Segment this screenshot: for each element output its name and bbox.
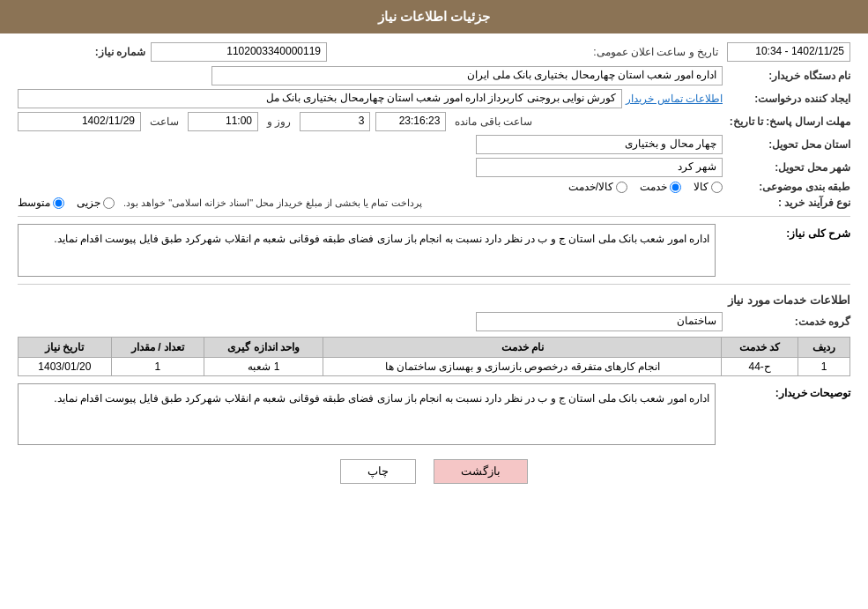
service-group-value: ساختمان xyxy=(476,312,723,331)
deadline-time-label: ساعت xyxy=(150,115,179,128)
cell-name: انجام کارهای متفرقه درخصوص بازسازی و بهس… xyxy=(323,358,722,376)
creator-label: ایجاد کننده درخواست: xyxy=(723,93,850,105)
category-option-kala[interactable]: کالا xyxy=(694,181,723,193)
cell-quantity: 1 xyxy=(111,358,204,376)
category-option-kala-khadamat[interactable]: کالا/خدمت xyxy=(568,181,627,193)
cell-unit: 1 شعبه xyxy=(204,358,323,376)
purchase-type-label: نوع فرآیند خرید : xyxy=(723,197,850,209)
delivery-province-label: استان محل تحویل: xyxy=(723,138,850,151)
deadline-day-label: روز و xyxy=(267,115,291,128)
services-section-title: اطلاعات خدمات مورد نیاز xyxy=(18,293,850,307)
purchase-note: پرداخت تمام یا بخشی از مبلغ خریداز محل "… xyxy=(123,197,422,209)
buyer-desc-value: اداره امور شعب بانک ملی استان ج و ب در ن… xyxy=(18,383,716,445)
delivery-city-label: شهر محل تحویل: xyxy=(723,161,850,174)
back-button[interactable]: بازگشت xyxy=(434,459,528,484)
deadline-date: 1402/11/29 xyxy=(18,112,141,131)
col-header-unit: واحد اندازه گیری xyxy=(204,338,323,358)
announcement-date-label: تاریخ و ساعت اعلان عمومی: xyxy=(593,46,718,58)
category-label: طبقه بندی موضوعی: xyxy=(723,181,850,193)
creator-contact-link[interactable]: اطلاعات تماس خریدار xyxy=(626,93,723,105)
delivery-province-value: چهار محال و بختیاری xyxy=(476,135,723,154)
deadline-days: 3 xyxy=(300,112,370,131)
deadline-remaining: 23:16:23 xyxy=(375,112,446,131)
buttons-row: چاپ بازگشت xyxy=(18,459,850,484)
purchase-type-radio-group: متوسط جزیی xyxy=(18,197,115,209)
announcement-date-value: 1402/11/25 - 10:34 xyxy=(727,42,850,62)
delivery-city-value: شهر کرد xyxy=(476,158,723,177)
cell-code: ح-44 xyxy=(722,358,798,376)
col-header-name: نام خدمت xyxy=(323,338,722,358)
page-header: جزئیات اطلاعات نیاز xyxy=(0,0,868,33)
description-label: شرح کلی نیاز: xyxy=(723,224,850,277)
table-row: 1ح-44انجام کارهای متفرقه درخصوص بازسازی … xyxy=(19,358,850,376)
deadline-label: مهلت ارسال پاسخ: تا تاریخ: xyxy=(723,115,850,128)
need-number-label: شماره نیاز: xyxy=(18,46,145,58)
deadline-time: 11:00 xyxy=(188,112,258,131)
page-title: جزئیات اطلاعات نیاز xyxy=(378,9,490,24)
col-header-row: ردیف xyxy=(798,338,850,358)
col-header-date: تاریخ نیاز xyxy=(19,338,112,358)
buyer-desc-label: توصیحات خریدار: xyxy=(723,383,850,445)
cell-row: 1 xyxy=(798,358,850,376)
print-button[interactable]: چاپ xyxy=(340,459,416,484)
category-radio-group: کالا/خدمت خدمت کالا xyxy=(568,181,723,193)
creator-value: کورش نوایی بروجنی کاربرداز اداره امور شع… xyxy=(18,89,622,108)
col-header-code: کد خدمت xyxy=(722,338,798,358)
category-option-khadamat[interactable]: خدمت xyxy=(640,181,681,193)
purchase-type-mutawasit[interactable]: متوسط xyxy=(18,197,64,209)
description-value: اداره امور شعب بانک ملی استان ج و ب در ن… xyxy=(18,224,716,277)
deadline-remaining-label: ساعت باقی مانده xyxy=(455,115,532,128)
buyer-org-label: نام دستگاه خریدار: xyxy=(723,70,850,82)
service-group-label: گروه خدمت: xyxy=(723,316,850,328)
col-header-qty: تعداد / مقدار xyxy=(111,338,204,358)
buyer-org-value: اداره امور شعب استان چهارمحال بختیاری با… xyxy=(211,66,723,85)
services-table: ردیف کد خدمت نام خدمت واحد اندازه گیری ت… xyxy=(18,337,850,376)
cell-date: 1403/01/20 xyxy=(19,358,112,376)
need-number-value: 1102003340000119 xyxy=(151,42,327,62)
purchase-type-jozi[interactable]: جزیی xyxy=(77,197,115,209)
